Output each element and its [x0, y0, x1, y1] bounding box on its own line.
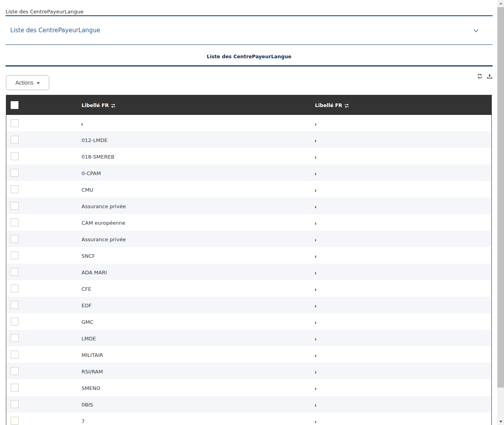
- cell-libelle-fr-1: RSI/RAM: [79, 368, 312, 375]
- cell-libelle-fr-2: [312, 401, 491, 408]
- cell-libelle-fr-1: CAM européenne: [79, 219, 312, 226]
- sort-swap-icon[interactable]: [111, 103, 116, 107]
- cell-value: [315, 305, 316, 307]
- cell-libelle-fr-1: Assurance privée: [79, 235, 312, 243]
- cell-value: [315, 404, 316, 407]
- cell-value: [315, 371, 316, 373]
- header-cell-libelle-fr-1[interactable]: Libellé FR: [79, 101, 312, 109]
- select-all-checkbox[interactable]: [11, 101, 19, 109]
- row-checkbox-cell: [6, 185, 79, 193]
- cell-libelle-fr-1: SNCF: [79, 252, 312, 259]
- row-checkbox[interactable]: [11, 218, 19, 226]
- cell-value: [315, 322, 316, 324]
- cell-libelle-fr-1: CMU: [79, 186, 312, 193]
- table-row[interactable]: [6, 115, 491, 131]
- cell-value: LMDE: [82, 336, 96, 342]
- table-row[interactable]: Assurance privée: [6, 198, 491, 214]
- row-checkbox[interactable]: [11, 268, 19, 276]
- cell-value: [315, 206, 316, 208]
- row-checkbox-cell: [6, 384, 79, 392]
- cell-value: [315, 255, 316, 258]
- cell-value: 7: [82, 418, 85, 424]
- row-checkbox[interactable]: [11, 251, 19, 259]
- row-checkbox[interactable]: [11, 136, 19, 144]
- cell-libelle-fr-2: [312, 285, 491, 292]
- row-checkbox[interactable]: [11, 334, 19, 342]
- cell-libelle-fr-2: [312, 186, 491, 193]
- cell-libelle-fr-1: 7: [79, 417, 312, 425]
- row-checkbox[interactable]: [11, 235, 19, 243]
- table-row[interactable]: CAM européenne: [6, 214, 491, 231]
- data-table: Libellé FR Libellé FR: [6, 95, 492, 425]
- scrollbar-thumb[interactable]: [497, 7, 504, 388]
- cell-value: [315, 222, 316, 225]
- refresh-icon[interactable]: [477, 73, 483, 79]
- actions-dropdown-button[interactable]: Actions: [6, 75, 49, 90]
- table-row[interactable]: LMDE: [6, 330, 491, 346]
- row-checkbox-cell: [6, 268, 79, 276]
- table-row[interactable]: GMC: [6, 313, 491, 330]
- cell-value: Assurance privée: [82, 203, 126, 209]
- cell-libelle-fr-1: GMC: [79, 318, 312, 325]
- cell-value: [315, 189, 316, 192]
- cell-value: [315, 338, 316, 340]
- page: Liste des CentrePayeurLangue Liste des C…: [0, 0, 504, 425]
- table-row[interactable]: 7: [6, 412, 491, 425]
- table-row[interactable]: CMU: [6, 181, 491, 198]
- row-checkbox[interactable]: [11, 169, 19, 177]
- chevron-down-icon[interactable]: [473, 28, 479, 34]
- cell-value: [315, 388, 316, 390]
- row-checkbox[interactable]: [11, 351, 19, 358]
- header-cell-libelle-fr-2[interactable]: Libellé FR: [312, 101, 491, 109]
- row-checkbox[interactable]: [11, 318, 19, 325]
- row-checkbox[interactable]: [11, 301, 19, 309]
- table-row[interactable]: SNCF: [6, 247, 491, 264]
- table-row[interactable]: MILITAIR: [6, 346, 491, 363]
- scroll-down-button[interactable]: [497, 418, 504, 425]
- row-checkbox-cell: [6, 136, 79, 144]
- row-checkbox[interactable]: [11, 185, 19, 193]
- cell-libelle-fr-2: [312, 219, 491, 226]
- table-row[interactable]: Assurance privée: [6, 231, 491, 247]
- cell-libelle-fr-2: [312, 202, 491, 210]
- cell-value: SNCF: [82, 253, 95, 259]
- row-checkbox-cell: [6, 152, 79, 160]
- row-checkbox[interactable]: [11, 384, 19, 392]
- table-row[interactable]: 0-CPAM: [6, 164, 491, 181]
- table-row[interactable]: 0BIS: [6, 396, 491, 412]
- row-checkbox-cell: [6, 367, 79, 375]
- vertical-scrollbar[interactable]: [497, 0, 504, 425]
- cell-value: [315, 239, 316, 241]
- scroll-down-icon: [499, 421, 502, 423]
- cell-libelle-fr-2: [312, 235, 491, 243]
- row-checkbox[interactable]: [11, 202, 19, 210]
- collapsible-panel-header[interactable]: Liste des CentrePayeurLangue: [6, 16, 493, 45]
- cell-value: 018-SMEREB: [82, 154, 114, 160]
- row-checkbox[interactable]: [11, 285, 19, 292]
- table-row[interactable]: RSI/RAM: [6, 363, 491, 379]
- table-row[interactable]: 018-SMEREB: [6, 148, 491, 164]
- table-row[interactable]: 012-LMDE: [6, 131, 491, 148]
- row-checkbox[interactable]: [11, 119, 19, 127]
- row-checkbox[interactable]: [11, 367, 19, 375]
- scroll-up-icon: [499, 2, 502, 4]
- cell-libelle-fr-2: [312, 351, 491, 358]
- sort-swap-icon[interactable]: [344, 103, 349, 107]
- cell-libelle-fr-2: [312, 417, 491, 425]
- download-icon[interactable]: [487, 73, 493, 79]
- cell-libelle-fr-2: [312, 169, 491, 177]
- table-row[interactable]: CFE: [6, 280, 491, 297]
- table-row[interactable]: SMENO: [6, 379, 491, 396]
- cell-libelle-fr-1: EDF: [79, 301, 312, 309]
- breadcrumb: Liste des CentrePayeurLangue: [6, 9, 83, 15]
- cell-libelle-fr-2: [312, 384, 491, 392]
- row-checkbox[interactable]: [11, 417, 19, 425]
- table-row[interactable]: EDF: [6, 297, 491, 313]
- cell-libelle-fr-2: [312, 318, 491, 325]
- row-checkbox[interactable]: [11, 400, 19, 408]
- cell-libelle-fr-1: 018-SMEREB: [79, 153, 312, 160]
- scroll-up-button[interactable]: [497, 0, 504, 7]
- table-row[interactable]: ADA MARI: [6, 264, 491, 280]
- row-checkbox[interactable]: [11, 152, 19, 160]
- cell-value: [315, 156, 316, 159]
